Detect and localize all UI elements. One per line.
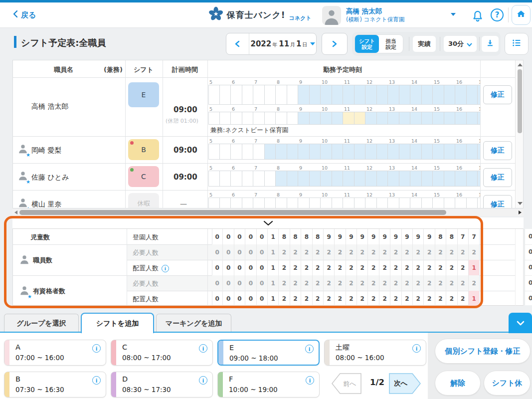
timeline-cell[interactable] [365,171,377,187]
edit-button[interactable]: 修正 [483,195,512,208]
timeline-cell[interactable] [332,85,344,105]
tab-add-shift[interactable]: シフトを追加 [81,313,154,333]
timeline-cell[interactable] [355,198,366,208]
timeline-cell[interactable] [399,198,411,208]
timeline-cell[interactable] [265,198,276,208]
timeline-cell[interactable] [343,112,355,125]
timeline-cell[interactable] [332,144,344,160]
timeline-cell[interactable] [455,112,467,125]
scrollbar-thumb[interactable] [518,69,522,133]
timeline-cell[interactable] [399,171,411,187]
timeline-cell[interactable] [410,112,422,125]
timeline-cell[interactable] [208,198,220,208]
timeline-cell[interactable] [388,144,399,160]
timeline-cell[interactable] [310,85,321,105]
timeline-cell[interactable] [410,171,422,187]
timeline-cell[interactable] [265,171,276,187]
timeline-cell[interactable] [388,198,399,208]
timeline-cell[interactable] [467,198,478,208]
timeline-cell[interactable] [444,85,456,105]
timeline-cell[interactable] [242,198,254,208]
edit-button[interactable]: 修正 [483,141,512,160]
scrollbar-thumb[interactable] [19,210,446,215]
timeline-cell[interactable] [298,198,310,208]
prev-page-button[interactable]: 前へ [332,373,361,394]
timeline-cell[interactable] [276,144,287,160]
info-icon[interactable]: i [306,376,314,385]
timeline-cell[interactable] [388,85,399,105]
timeline-cell[interactable] [276,112,287,125]
timeline-cell[interactable] [478,198,480,208]
panel-collapse-button[interactable] [509,313,532,333]
timeline-cell[interactable] [265,144,276,160]
timeline-cell[interactable] [365,112,377,125]
timeline-cell[interactable] [422,171,433,187]
tab-select-group[interactable]: グループを選択 [4,314,79,333]
edit-button[interactable]: 修正 [483,168,512,187]
timeline-cell[interactable] [343,144,355,160]
timeline-cell[interactable] [321,171,332,187]
timeline-cell[interactable] [355,112,366,125]
timeline-cell[interactable] [253,198,265,208]
user-menu[interactable]: 高橋 浩太郎 (横断) コネクト保育園 [322,6,457,25]
timeline-cell[interactable] [253,171,265,187]
timeline-cell[interactable] [298,171,310,187]
scroll-down-icon[interactable] [518,202,523,205]
individual-shift-register-button[interactable]: 個別シフト登録・修正 [435,339,531,364]
timeline-cell[interactable] [253,85,265,105]
shift-rest-button[interactable]: シフト休 [484,371,531,396]
timeline-cell[interactable] [455,198,467,208]
timeline-cell[interactable] [242,85,254,105]
tab-add-marking[interactable]: マーキングを追加 [156,314,231,333]
timeline-cell[interactable] [287,85,299,105]
info-icon[interactable]: i [92,344,101,353]
timeline-cell[interactable] [220,144,231,160]
timeline-cell[interactable] [444,144,456,160]
date-next-button[interactable] [322,33,348,55]
timeline-cell[interactable] [355,144,366,160]
timeline-cell[interactable] [242,112,254,125]
timeline-cell[interactable] [208,144,220,160]
timeline-cell[interactable] [321,144,332,160]
timeline-cell[interactable] [388,171,399,187]
timeline-cell[interactable] [444,112,456,125]
timeline-cell[interactable] [467,144,478,160]
timeline-cell[interactable] [399,112,411,125]
shift-card-土曜[interactable]: 土曜08:00 ~ 16:00i [324,340,426,366]
timeline-cell[interactable] [332,171,344,187]
timeline-cell[interactable] [377,198,388,208]
info-icon[interactable]: i [199,344,207,353]
shift-code-box[interactable]: C [128,166,159,187]
timeline-cell[interactable] [287,144,299,160]
timeline-cell[interactable] [220,112,231,125]
mode-assign-button[interactable]: 担当 設定 [379,35,403,53]
timeline-cell[interactable] [208,85,220,105]
timeline-cell[interactable] [220,171,231,187]
timeline-cell[interactable] [433,112,444,125]
timeline-cell[interactable] [265,112,276,125]
timeline-cell[interactable] [410,85,422,105]
shift-code-box[interactable]: 休暇 [128,193,159,208]
interval-select[interactable]: 30分 [444,36,477,52]
timeline-cell[interactable] [276,85,287,105]
home-button[interactable] [512,5,531,25]
timeline-cell[interactable] [355,171,366,187]
timeline-cell[interactable] [231,171,242,187]
timeline-cell[interactable] [253,112,265,125]
scroll-right-icon[interactable] [519,210,522,214]
timeline-cell[interactable] [332,198,344,208]
timeline-cell[interactable] [208,112,220,125]
timeline-cell[interactable] [220,85,231,105]
timeline-cell[interactable] [321,85,332,105]
timeline-cell[interactable] [365,85,377,105]
timeline-cell[interactable] [287,112,299,125]
timeline-cell[interactable] [343,198,355,208]
horizontal-scrollbar[interactable] [12,209,524,216]
timeline-cell[interactable] [231,198,242,208]
timeline-cell[interactable] [343,171,355,187]
shift-card-B[interactable]: B07:30 ~ 16:30i [4,372,106,398]
scroll-up-icon[interactable] [518,63,523,66]
notifications-button[interactable] [471,8,485,22]
timeline-cell[interactable] [455,144,467,160]
list-view-button[interactable] [505,33,529,55]
